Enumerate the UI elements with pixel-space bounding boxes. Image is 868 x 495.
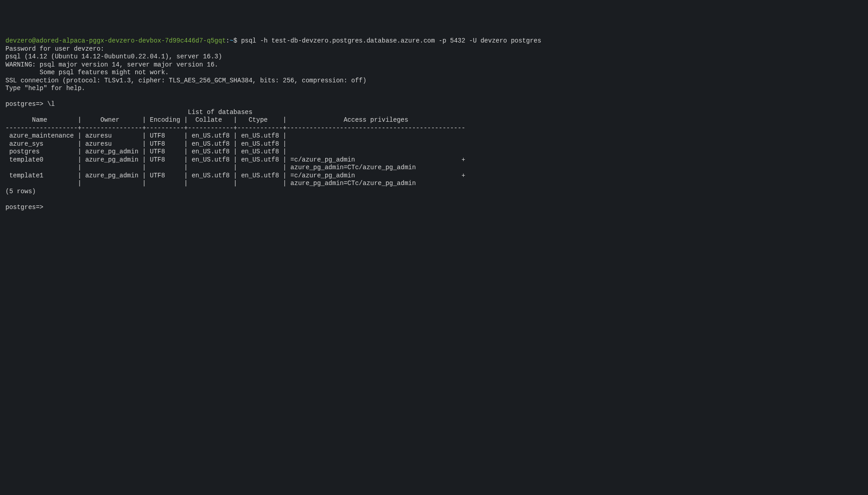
version-line: psql (14.12 (Ubuntu 14.12-0ubuntu0.22.04… — [5, 53, 222, 60]
prompt-userhost: devzero@adored-alpaca-pggx-devzero-devbo… — [5, 37, 226, 44]
table-row: template1 | azure_pg_admin | UTF8 | en_U… — [5, 172, 465, 179]
table-row: azure_sys | azuresu | UTF8 | en_US.utf8 … — [5, 140, 290, 148]
table-row: | | | | | azure_pg_admin=CTc/azure_pg_ad… — [5, 164, 416, 171]
terminal-output[interactable]: devzero@adored-alpaca-pggx-devzero-devbo… — [5, 37, 863, 211]
table-divider: -------------------+----------------+---… — [5, 124, 465, 132]
help-line: Type "help" for help. — [5, 85, 85, 92]
prompt-path: ~ — [230, 37, 233, 44]
psql-prompt-1: postgres=> \l — [5, 100, 55, 108]
command-text: psql -h test-db-devzero.postgres.databas… — [241, 37, 541, 44]
row-count: (5 rows) — [5, 188, 36, 195]
table-title: List of databases — [5, 109, 252, 116]
prompt-sep: : — [226, 37, 229, 44]
psql-prompt-2: postgres=> — [5, 204, 47, 211]
warning-line-2: Some psql features might not work. — [5, 69, 169, 76]
table-header: Name | Owner | Encoding | Collate | Ctyp… — [5, 116, 465, 124]
ssl-line: SSL connection (protocol: TLSv1.3, ciphe… — [5, 77, 366, 84]
password-prompt: Password for user devzero: — [5, 45, 108, 52]
table-row: postgres | azure_pg_admin | UTF8 | en_US… — [5, 148, 290, 155]
prompt-dollar: $ — [233, 37, 241, 44]
warning-line-1: WARNING: psql major version 14, server m… — [5, 61, 218, 68]
table-row: template0 | azure_pg_admin | UTF8 | en_U… — [5, 156, 465, 163]
table-row: | | | | | azure_pg_admin=CTc/azure_pg_ad… — [5, 180, 416, 187]
table-row: azure_maintenance | azuresu | UTF8 | en_… — [5, 132, 290, 139]
